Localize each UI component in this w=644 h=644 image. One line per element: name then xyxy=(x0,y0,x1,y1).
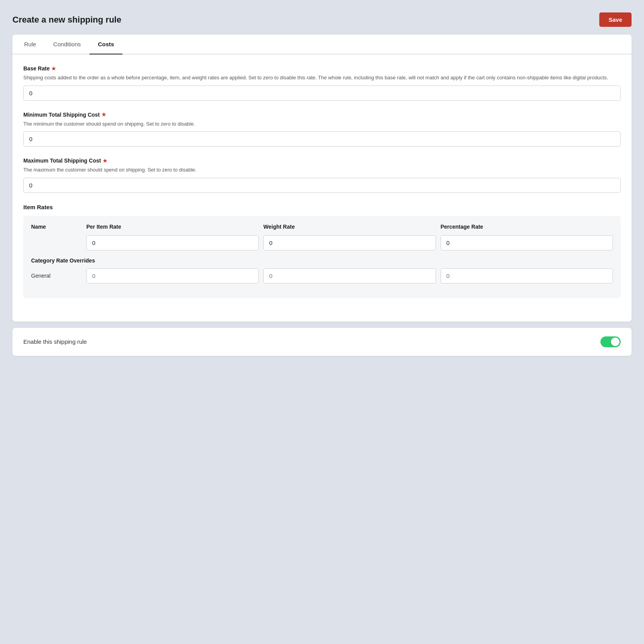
enable-toggle[interactable] xyxy=(600,336,621,347)
toggle-thumb xyxy=(611,338,620,346)
main-card: Rule Conditions Costs Base Rate ★ Shippi… xyxy=(12,35,632,322)
enable-toggle-card: Enable this shipping rule xyxy=(12,328,632,356)
rates-table: Name Per Item Rate Weight Rate Percentag… xyxy=(23,216,621,298)
col-name: Name xyxy=(31,224,82,230)
max-total-desc: The maximum the customer should spend on… xyxy=(23,166,621,174)
tab-costs[interactable]: Costs xyxy=(89,35,123,54)
default-percentage-input[interactable] xyxy=(441,235,613,250)
general-percentage-input[interactable] xyxy=(441,268,613,284)
min-total-required: ★ xyxy=(102,112,106,117)
max-total-group: Maximum Total Shipping Cost ★ The maximu… xyxy=(23,158,621,193)
base-rate-group: Base Rate ★ Shipping costs added to the … xyxy=(23,65,621,101)
page-title: Create a new shipping rule xyxy=(12,15,121,25)
base-rate-input[interactable] xyxy=(23,86,621,101)
category-overrides-label: Category Rate Overrides xyxy=(31,257,613,264)
item-rates-label: Item Rates xyxy=(23,204,621,210)
rates-header-row: Name Per Item Rate Weight Rate Percentag… xyxy=(31,224,613,230)
max-total-label: Maximum Total Shipping Cost ★ xyxy=(23,158,621,164)
default-per-item-input[interactable] xyxy=(86,235,259,250)
base-rate-required: ★ xyxy=(51,66,56,72)
form-content: Base Rate ★ Shipping costs added to the … xyxy=(12,54,632,322)
base-rate-label: Base Rate ★ xyxy=(23,65,621,72)
min-total-input[interactable] xyxy=(23,131,621,147)
general-weight-input[interactable] xyxy=(263,268,436,284)
rates-default-row xyxy=(31,235,613,250)
col-percentage: Percentage Rate xyxy=(441,224,613,230)
general-per-item-input[interactable] xyxy=(86,268,259,284)
category-general-row: General xyxy=(31,268,613,284)
min-total-desc: The minimum the customer should spend on… xyxy=(23,120,621,128)
toggle-label: Enable this shipping rule xyxy=(23,338,87,345)
item-rates-group: Item Rates Name Per Item Rate Weight Rat… xyxy=(23,204,621,298)
max-total-input[interactable] xyxy=(23,178,621,193)
save-button[interactable]: Save xyxy=(599,12,632,27)
base-rate-desc: Shipping costs added to the order as a w… xyxy=(23,74,621,82)
col-weight: Weight Rate xyxy=(263,224,436,230)
max-total-required: ★ xyxy=(103,158,107,164)
default-weight-input[interactable] xyxy=(263,235,436,250)
min-total-label: Minimum Total Shipping Cost ★ xyxy=(23,112,621,118)
toggle-track xyxy=(600,336,621,347)
tab-conditions[interactable]: Conditions xyxy=(45,35,89,54)
col-per-item: Per Item Rate xyxy=(86,224,259,230)
tab-rule[interactable]: Rule xyxy=(16,35,45,54)
general-label: General xyxy=(31,273,82,279)
tab-bar: Rule Conditions Costs xyxy=(12,35,632,54)
min-total-group: Minimum Total Shipping Cost ★ The minimu… xyxy=(23,112,621,147)
